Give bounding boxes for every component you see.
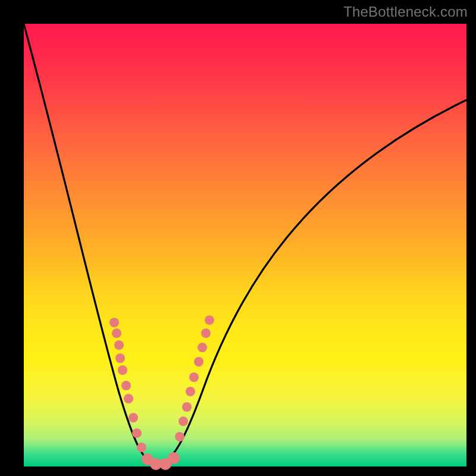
- data-point: [178, 416, 188, 426]
- dots-layer: [24, 24, 466, 466]
- data-point: [205, 315, 214, 325]
- data-point: [182, 402, 192, 412]
- data-point: [109, 318, 119, 327]
- data-point: [132, 428, 142, 438]
- data-point: [201, 328, 211, 338]
- data-point: [124, 394, 133, 403]
- data-point: [121, 381, 131, 390]
- data-point: [129, 413, 138, 422]
- data-point: [118, 365, 127, 375]
- data-point: [114, 340, 124, 350]
- plot-area: [24, 24, 466, 466]
- data-point: [115, 353, 125, 363]
- data-point: [137, 443, 146, 452]
- watermark-text: TheBottleneck.com: [343, 4, 468, 20]
- data-point: [168, 452, 180, 464]
- data-point: [194, 357, 203, 367]
- data-point: [112, 328, 121, 338]
- data-point: [198, 343, 207, 352]
- data-point: [175, 432, 184, 441]
- chart-frame: TheBottleneck.com: [0, 0, 476, 476]
- data-point: [186, 387, 195, 396]
- data-point: [189, 372, 199, 382]
